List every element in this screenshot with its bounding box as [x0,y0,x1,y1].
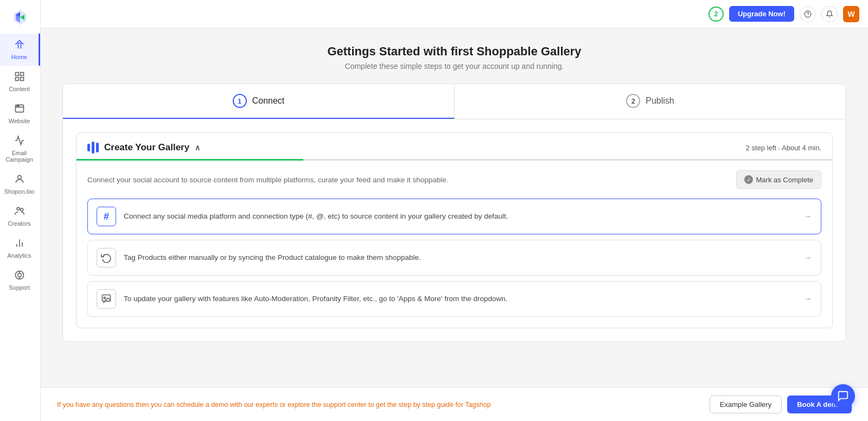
step-2-arrow-icon: → [803,253,812,263]
sidebar-item-shopon-bio[interactable]: Shopon.bio [0,168,40,200]
gallery-icon-bar-1 [87,144,90,151]
mark-complete-button[interactable]: ✓ Mark as Complete [736,170,821,189]
svg-point-10 [20,208,23,211]
sidebar: Home Content Website Email Campaign [0,0,41,421]
user-avatar[interactable]: W [843,6,859,22]
tab-publish-label: Publish [646,96,674,106]
sidebar-item-creators[interactable]: Creators [0,200,40,232]
footer-text: If you have any questions then you can s… [57,401,491,409]
step-item-tag-products[interactable]: Tag Products either manually or by synci… [87,240,821,276]
sidebar-item-website-label: Website [9,118,30,124]
sidebar-item-analytics-label: Analytics [7,252,31,259]
sidebar-item-shopon-label: Shopon.bio [4,188,35,195]
main-card: Create Your Gallery ∧ 2 step left · Abou… [62,119,846,342]
step-item-connect-social[interactable]: # Connect any social media platform and … [87,199,821,234]
svg-point-7 [18,106,19,107]
upgrade-button[interactable]: Upgrade Now! [729,6,794,22]
creators-icon [14,206,25,218]
step-3-arrow-icon: → [803,294,812,304]
sidebar-item-content-label: Content [9,86,30,92]
gallery-title-text: Create Your Gallery [104,142,189,153]
gallery-section: Create Your Gallery ∧ 2 step left · Abou… [76,132,833,328]
website-icon [14,103,25,116]
page-title-section: Gettings Started with first Shoppable Ga… [62,44,846,71]
shopon-bio-icon [14,174,25,186]
footer-bar: If you have any questions then you can s… [41,387,868,421]
svg-rect-1 [15,73,18,76]
step-connect-social-text: Connect any social media platform and co… [124,212,796,222]
gallery-header: Create Your Gallery ∧ 2 step left · Abou… [76,133,832,154]
description-row: Connect your social account to source co… [76,161,832,199]
sidebar-item-creators-label: Creators [8,220,30,227]
content-area: Gettings Started with first Shoppable Ga… [41,28,868,387]
tab-connect-number: 1 [233,94,247,108]
step-update-gallery-text: To update your gallery with features lik… [124,294,796,304]
content-icon [14,71,25,84]
gallery-icon-bar-3 [96,143,99,152]
step-1-arrow-icon: → [803,212,812,221]
tab-publish[interactable]: 2 Publish [455,84,846,119]
home-icon [14,39,25,52]
tab-connect-label: Connect [252,96,285,106]
svg-point-6 [17,106,18,107]
svg-rect-4 [20,78,23,81]
sidebar-item-home[interactable]: Home [0,34,40,66]
svg-rect-3 [15,78,18,81]
sidebar-item-support-label: Support [9,284,30,291]
gallery-chevron-icon[interactable]: ∧ [195,143,200,152]
tab-connect[interactable]: 1 Connect [63,84,455,119]
sidebar-item-home-label: Home [11,54,27,60]
check-icon: ✓ [744,175,753,184]
topbar: 2 Upgrade Now! W [41,0,868,28]
hashtag-icon: # [97,207,116,226]
step-item-update-gallery[interactable]: To update your gallery with features lik… [87,281,821,317]
step-tag-products-text: Tag Products either manually or by synci… [124,253,796,263]
sidebar-item-analytics[interactable]: Analytics [0,232,40,264]
main-wrapper: 2 Upgrade Now! W Gettings Started with f… [41,0,868,421]
gallery-icon [87,142,99,154]
sidebar-item-content[interactable]: Content [0,66,40,98]
support-icon [14,270,25,282]
sidebar-item-support[interactable]: Support [0,264,40,296]
svg-point-9 [17,207,20,210]
analytics-icon [14,238,25,250]
update-gallery-icon [97,289,116,309]
gallery-title: Create Your Gallery ∧ [87,142,200,154]
sidebar-item-email-campaign[interactable]: Email Campaign [0,130,40,168]
page-subtitle: Complete these simple steps to get your … [62,62,846,71]
gallery-description: Connect your social account to source co… [87,176,449,184]
time-estimate: About 4 min. [782,144,821,152]
page-title: Gettings Started with first Shoppable Ga… [62,44,846,59]
sidebar-item-email-label: Email Campaign [4,150,34,163]
steps-list: # Connect any social media platform and … [76,199,832,328]
email-campaign-icon [14,135,25,148]
tag-products-icon [97,248,116,267]
gallery-icon-bar-2 [92,142,94,154]
mark-complete-label: Mark as Complete [756,176,813,184]
steps-left: 2 step left [745,144,776,152]
svg-point-8 [17,175,21,179]
tab-publish-number: 2 [626,94,640,108]
svg-rect-2 [20,73,23,76]
tabs-container: 1 Connect 2 Publish [62,84,846,119]
gallery-steps-info: 2 step left · About 4 min. [745,144,821,152]
bell-button[interactable] [821,6,838,22]
chat-bubble-button[interactable] [831,384,855,408]
example-gallery-button[interactable]: Example Gallery [710,396,782,413]
notification-count-badge: 2 [709,7,724,22]
svg-point-21 [104,297,105,299]
svg-point-15 [17,273,21,277]
help-button[interactable] [800,6,816,22]
sidebar-item-website[interactable]: Website [0,98,40,130]
app-logo [9,5,31,28]
footer-actions: Example Gallery Book A demo [710,396,852,413]
